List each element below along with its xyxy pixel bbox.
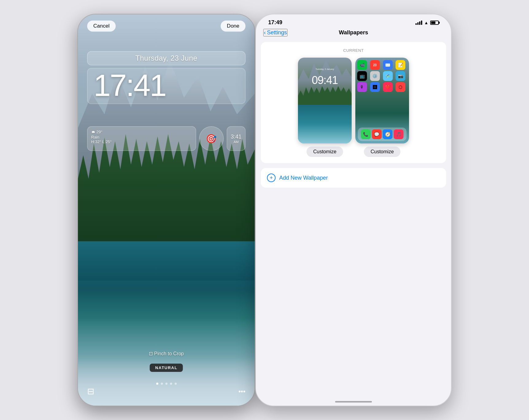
- alarm-widget[interactable]: 3:41 AM: [227, 126, 245, 151]
- weather-top: 🌧 29°: [91, 130, 192, 134]
- bar-3: [419, 21, 420, 25]
- chevron-left-icon: ‹: [264, 29, 266, 36]
- dot-3[interactable]: [165, 383, 168, 385]
- nav-bar: ‹ Settings Wallpapers: [256, 26, 451, 39]
- date-widget[interactable]: Thursday, 23 June: [87, 51, 245, 65]
- section-label: CURRENT: [267, 48, 440, 53]
- phone-dock-icon: 📞: [361, 129, 371, 139]
- time-widget[interactable]: 17:41: [87, 68, 245, 104]
- add-wallpaper-section: + Add New Wallpaper: [261, 168, 446, 188]
- add-wallpaper-label: Add New Wallpaper: [279, 175, 328, 181]
- health-app-icon: ❤️: [383, 82, 393, 92]
- wallpapers-settings-phone: 17:49 ▲ ‹ Settings Wallpapers: [255, 14, 452, 406]
- battery-icon: [430, 21, 439, 25]
- dot-2[interactable]: [161, 383, 163, 385]
- status-time: 17:49: [268, 19, 282, 26]
- bar-2: [417, 22, 419, 25]
- camera-app-icon: 📷: [396, 71, 405, 81]
- messages-dock-icon: 💬: [372, 129, 382, 139]
- gallery-icon[interactable]: ⊟: [87, 386, 94, 396]
- activity-widget[interactable]: 🎯: [199, 126, 224, 151]
- cancel-button[interactable]: Cancel: [87, 21, 116, 32]
- more-options-icon[interactable]: •••: [238, 388, 245, 395]
- add-icon: +: [267, 174, 276, 182]
- tv-app-icon: 📺: [357, 71, 367, 81]
- dot-5[interactable]: [175, 383, 177, 385]
- done-button[interactable]: Done: [221, 21, 245, 32]
- notes-app-icon: 📝: [396, 60, 405, 70]
- status-bar: 17:49 ▲: [256, 14, 451, 26]
- editor-top-bar: Cancel Done: [78, 14, 255, 35]
- music-dock-icon: 🎵: [394, 129, 404, 139]
- lock-screen-customize-button[interactable]: Customize: [307, 147, 343, 157]
- maps-app-icon: 🗺️: [383, 71, 393, 81]
- pinch-to-crop-label: ⊡ Pinch to Crop: [78, 351, 255, 357]
- battery-fill: [431, 21, 435, 24]
- lock-preview-date: Tuesday, 3 January: [298, 68, 352, 70]
- wallpaper-content: CURRENT Tuesday, 3 January 09:41 C: [256, 39, 451, 188]
- home-indicator: [335, 401, 372, 403]
- alarm-period: AM: [231, 140, 241, 144]
- status-icons: ▲: [415, 20, 439, 25]
- page-dots: [78, 383, 255, 385]
- page-title: Wallpapers: [339, 29, 368, 36]
- home-screen-preview: 📹 23 ✉️ 📝 📺 ⚙️ 🗺️ 📷 🎙 🅰 ❤️: [355, 58, 409, 143]
- safari-dock-icon: 🧭: [383, 129, 392, 139]
- lock-preview-time: 09:41: [298, 75, 352, 86]
- widgets-row: 🌧 29° Rain H:32° L:25° 🎯 3:41 AM: [87, 126, 245, 151]
- home-screen-preview-card: 📹 23 ✉️ 📝 📺 ⚙️ 🗺️ 📷 🎙 🅰 ❤️: [355, 58, 409, 157]
- filter-badge: NATURAL: [150, 364, 183, 372]
- settings-mini-icon: ⚙️: [370, 71, 380, 81]
- weather-temp: 29°: [96, 130, 102, 134]
- meta-app-icon: ⬡: [396, 82, 405, 92]
- time-display: 17:41: [94, 70, 239, 101]
- alarm-time: 3:41: [231, 134, 241, 140]
- weather-condition: Rain: [91, 135, 192, 139]
- weather-range: H:32° L:25°: [91, 139, 192, 144]
- appstore-app-icon: 🅰: [370, 82, 380, 92]
- facetime-app-icon: 📹: [357, 60, 367, 70]
- mail-app-icon: ✉️: [383, 60, 393, 70]
- lock-screen-editor-phone: Cancel Done Thursday, 23 June 17:41 🌧 29…: [77, 14, 255, 406]
- date-display: Thursday, 23 June: [135, 54, 197, 62]
- lock-preview-lake: [298, 105, 352, 143]
- podcasts-app-icon: 🎙: [357, 82, 367, 92]
- back-label: Settings: [267, 29, 287, 36]
- app-icons-grid: 📹 23 ✉️ 📝 📺 ⚙️ 🗺️ 📷 🎙 🅰 ❤️: [357, 60, 407, 92]
- add-new-wallpaper-button[interactable]: + Add New Wallpaper: [267, 174, 440, 182]
- wallpaper-previews: Tuesday, 3 January 09:41 Customize 📹: [267, 58, 440, 157]
- current-section: CURRENT Tuesday, 3 January 09:41 C: [261, 42, 446, 163]
- calendar-app-icon: 23: [370, 60, 380, 70]
- bar-1: [415, 23, 417, 25]
- dock: 📞 💬 🧭 🎵: [358, 128, 407, 141]
- lock-screen-preview: Tuesday, 3 January 09:41: [298, 58, 352, 143]
- weather-widget[interactable]: 🌧 29° Rain H:32° L:25°: [87, 126, 196, 151]
- weather-icon: 🌧: [91, 130, 95, 134]
- bottom-actions: ⊟ •••: [87, 386, 245, 396]
- dot-4[interactable]: [170, 383, 172, 385]
- activity-rings-icon: 🎯: [206, 134, 217, 144]
- home-screen-customize-button[interactable]: Customize: [364, 147, 401, 157]
- bar-4: [421, 21, 422, 25]
- wifi-icon: ▲: [424, 20, 428, 25]
- dot-1[interactable]: [156, 383, 158, 385]
- signal-bars-icon: [415, 21, 422, 25]
- lock-screen-preview-card: Tuesday, 3 January 09:41 Customize: [298, 58, 352, 157]
- back-button[interactable]: ‹ Settings: [263, 29, 288, 36]
